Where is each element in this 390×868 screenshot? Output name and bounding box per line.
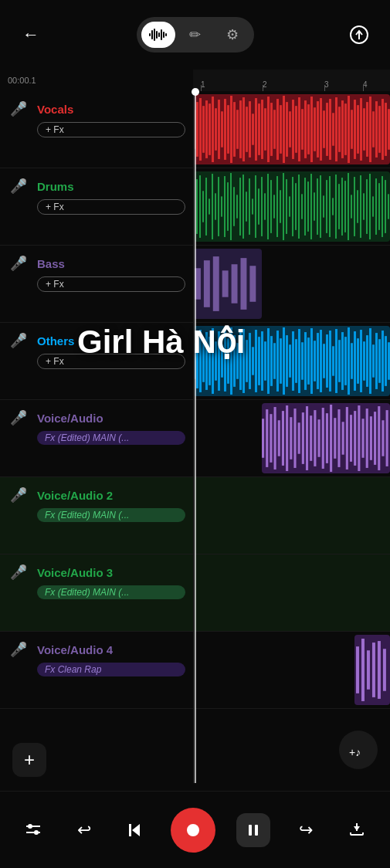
mic-icon-voice-audio-4: 🎤 <box>8 641 29 658</box>
svg-rect-84 <box>224 176 226 237</box>
fx-badge-vocals[interactable]: + Fx <box>37 122 185 137</box>
track-name-row-voice-audio-3: 🎤 Voice/Audio 3 <box>8 564 185 581</box>
record-button[interactable] <box>171 808 215 853</box>
waveform-drums[interactable] <box>193 168 390 245</box>
svg-rect-68 <box>372 111 375 147</box>
download-button[interactable] <box>341 815 372 846</box>
svg-rect-217 <box>294 409 297 468</box>
svg-rect-187 <box>323 344 325 378</box>
svg-rect-22 <box>230 96 232 163</box>
svg-rect-129 <box>363 193 365 219</box>
svg-rect-174 <box>283 327 285 395</box>
svg-rect-58 <box>341 100 344 158</box>
svg-rect-164 <box>252 347 254 375</box>
fx-badge-voice-audio-2[interactable]: Fx (Edited) MAIN (... <box>37 508 185 522</box>
svg-rect-153 <box>218 331 220 391</box>
svg-rect-139 <box>204 260 210 307</box>
svg-rect-258 <box>356 823 358 831</box>
settings-mode-button[interactable]: ⚙ <box>215 22 249 48</box>
pen-mode-button[interactable]: ✏ <box>178 22 212 48</box>
svg-rect-205 <box>378 339 381 383</box>
svg-rect-114 <box>317 178 318 235</box>
svg-rect-221 <box>310 415 312 461</box>
svg-rect-120 <box>335 175 337 239</box>
svg-rect-231 <box>350 415 352 462</box>
waveform-voice-audio[interactable] <box>193 400 390 476</box>
svg-rect-133 <box>375 178 377 235</box>
svg-rect-147 <box>199 330 202 392</box>
svg-rect-104 <box>286 179 287 234</box>
undo-button[interactable]: ↩ <box>69 815 100 846</box>
svg-rect-131 <box>369 174 371 239</box>
svg-rect-31 <box>258 103 260 155</box>
waveform-voice-audio-2[interactable] <box>193 477 390 554</box>
svg-rect-11 <box>196 102 198 157</box>
svg-rect-20 <box>224 99 226 160</box>
svg-rect-99 <box>270 180 272 233</box>
svg-rect-188 <box>326 334 328 388</box>
svg-text:+♪: +♪ <box>349 746 361 758</box>
track-name-voice-audio-4: Voice/Audio 4 <box>37 643 113 656</box>
svg-rect-35 <box>270 103 273 156</box>
svg-rect-186 <box>320 330 322 392</box>
back-button[interactable]: ← <box>15 19 46 50</box>
svg-rect-93 <box>252 198 253 214</box>
skip-back-button[interactable] <box>120 815 151 846</box>
svg-rect-169 <box>267 328 270 394</box>
svg-rect-214 <box>282 411 284 466</box>
svg-rect-203 <box>372 344 375 377</box>
svg-rect-88 <box>236 195 238 218</box>
fx-badge-others[interactable]: + Fx <box>37 354 185 369</box>
svg-rect-158 <box>233 335 236 387</box>
svg-rect-1 <box>151 30 153 39</box>
svg-rect-234 <box>362 419 365 458</box>
svg-rect-172 <box>276 331 279 392</box>
fx-badge-bass[interactable]: + Fx <box>37 276 185 292</box>
track-label-voice-audio-3: 🎤 Voice/Audio 3 Fx (Edited) MAIN (... <box>0 554 193 631</box>
track-name-row-voice-audio-2: 🎤 Voice/Audio 2 <box>8 487 185 504</box>
svg-rect-27 <box>246 107 248 152</box>
fx-badge-voice-audio-3[interactable]: Fx (Edited) MAIN (... <box>37 585 185 599</box>
svg-rect-105 <box>289 196 290 216</box>
track-label-others: 🎤 Others + Fx <box>0 323 193 399</box>
add-melody-button[interactable]: +♪ <box>339 731 378 769</box>
playhead-dot-top <box>192 88 199 96</box>
add-track-button[interactable]: + <box>12 743 46 777</box>
redo-button[interactable]: ↪ <box>290 815 321 846</box>
waveform-voice-audio-3[interactable] <box>193 554 390 631</box>
svg-rect-167 <box>261 331 263 391</box>
svg-rect-134 <box>378 183 380 230</box>
track-name-row-others: 🎤 Others <box>8 332 185 349</box>
waveform-mode-button[interactable] <box>141 22 175 48</box>
svg-rect-23 <box>233 102 236 157</box>
fx-badge-voice-audio[interactable]: Fx (Edited) MAIN (... <box>37 431 185 445</box>
upload-icon <box>349 25 369 45</box>
waveform-others[interactable] <box>193 323 390 399</box>
waveform-voice-audio-4[interactable] <box>193 632 390 708</box>
svg-rect-140 <box>213 256 219 311</box>
svg-rect-14 <box>205 100 208 158</box>
svg-rect-4 <box>158 32 160 37</box>
track-name-drums: Drums <box>37 180 74 193</box>
svg-rect-115 <box>320 175 321 238</box>
waveform-vocals[interactable] <box>193 91 390 168</box>
pause-button[interactable] <box>236 813 270 847</box>
upload-button[interactable] <box>344 19 375 50</box>
mixer-button[interactable] <box>18 815 49 846</box>
svg-rect-150 <box>209 337 211 385</box>
svg-rect-98 <box>267 174 269 239</box>
svg-rect-50 <box>317 101 319 158</box>
svg-rect-86 <box>230 173 232 240</box>
svg-rect-224 <box>322 408 324 469</box>
svg-rect-180 <box>301 342 304 380</box>
waveform-bass[interactable] <box>193 246 390 322</box>
svg-rect-124 <box>348 173 349 240</box>
fx-badge-drums[interactable]: + Fx <box>37 199 185 215</box>
fx-badge-voice-audio-4[interactable]: Fx Clean Rap <box>37 663 185 676</box>
svg-rect-179 <box>298 329 300 393</box>
svg-rect-33 <box>264 108 266 151</box>
svg-rect-91 <box>246 192 247 221</box>
timeline-ruler[interactable]: 1 2 3 4 <box>193 70 390 91</box>
mic-icon-vocals: 🎤 <box>8 100 29 117</box>
svg-rect-220 <box>306 406 308 470</box>
